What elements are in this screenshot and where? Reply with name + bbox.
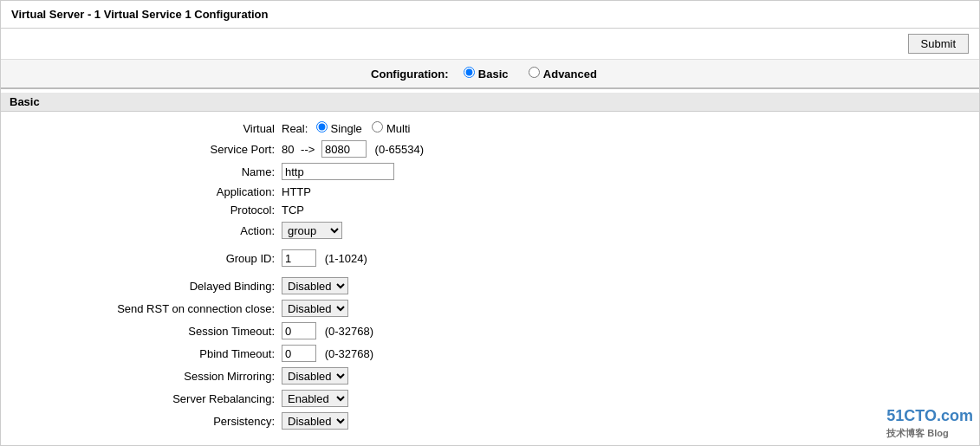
multi-radio[interactable] xyxy=(372,121,383,133)
server-rebalancing-select[interactable]: Enabled Disabled xyxy=(282,390,348,407)
single-label-text: Single xyxy=(331,122,362,135)
name-label: Name: xyxy=(1,160,278,183)
pbind-timeout-range: (0-32768) xyxy=(325,347,373,360)
persistency-label: Persistency: xyxy=(1,410,278,432)
advanced-label: Advanced xyxy=(543,68,597,81)
session-mirroring-select-cell: Disabled Enabled xyxy=(278,365,979,387)
page-title: Virtual Server - 1 Virtual Service 1 Con… xyxy=(1,1,979,29)
send-rst-row: Send RST on connection close: Disabled E… xyxy=(1,297,979,320)
form-table: Virtual Real: Single Multi Service Port: xyxy=(1,119,979,432)
action-select[interactable]: group redirect deny xyxy=(282,222,342,239)
delayed-binding-select[interactable]: Disabled Enabled xyxy=(282,277,348,294)
real-label: Real: xyxy=(282,122,308,135)
config-bar: Configuration: Basic Advanced xyxy=(1,60,979,89)
page-wrapper: Virtual Server - 1 Virtual Service 1 Con… xyxy=(0,0,980,446)
application-label: Application: xyxy=(1,183,278,201)
server-rebalancing-label: Server Rebalancing: xyxy=(1,387,278,410)
content-area: Basic Virtual Real: Single Multi xyxy=(1,89,979,441)
virtual-real-row: Virtual Real: Single Multi xyxy=(1,119,979,138)
send-rst-label: Send RST on connection close: xyxy=(1,297,278,320)
group-id-label: Group ID: xyxy=(1,247,278,269)
service-port-label: Service Port: xyxy=(1,138,278,160)
action-label: Action: xyxy=(1,219,278,242)
group-id-value: (1-1024) xyxy=(278,247,979,269)
pbind-timeout-label: Pbind Timeout: xyxy=(1,342,278,365)
section-title: Basic xyxy=(1,93,979,112)
basic-radio-label[interactable]: Basic xyxy=(464,68,518,81)
session-timeout-label: Session Timeout: xyxy=(1,320,278,342)
session-mirroring-row: Session Mirroring: Disabled Enabled xyxy=(1,365,979,387)
delayed-binding-label: Delayed Binding: xyxy=(1,275,278,297)
pbind-timeout-value: (0-32768) xyxy=(278,342,979,365)
group-id-row: Group ID: (1-1024) xyxy=(1,247,979,269)
persistency-select[interactable]: Disabled Enabled xyxy=(282,412,348,430)
protocol-row: Protocol: TCP xyxy=(1,201,979,219)
session-timeout-value: (0-32768) xyxy=(278,320,979,342)
pbind-timeout-row: Pbind Timeout: (0-32768) xyxy=(1,342,979,365)
multi-label-text: Multi xyxy=(386,122,410,135)
watermark-site: 51CTO.com xyxy=(886,406,973,426)
action-row: Action: group redirect deny xyxy=(1,219,979,242)
basic-radio[interactable] xyxy=(464,67,475,78)
advanced-radio-label[interactable]: Advanced xyxy=(529,68,604,81)
action-select-cell: group redirect deny xyxy=(278,219,979,242)
service-port-value: 80 --> (0-65534) xyxy=(278,138,979,160)
service-port-virtual: 80 xyxy=(282,143,294,156)
persistency-select-cell: Disabled Enabled xyxy=(278,410,979,432)
service-port-real-input[interactable] xyxy=(321,140,367,158)
advanced-radio[interactable] xyxy=(529,67,540,78)
virtual-label: Virtual xyxy=(1,119,278,138)
submit-button[interactable]: Submit xyxy=(908,34,969,54)
single-radio[interactable] xyxy=(316,121,328,133)
session-timeout-range: (0-32768) xyxy=(325,325,373,338)
application-value: HTTP xyxy=(278,183,979,201)
service-port-row: Service Port: 80 --> (0-65534) xyxy=(1,138,979,160)
application-row: Application: HTTP xyxy=(1,183,979,201)
session-mirroring-label: Session Mirroring: xyxy=(1,365,278,387)
watermark-sub: 技术博客 Blog xyxy=(886,427,973,439)
protocol-value: TCP xyxy=(278,201,979,219)
service-port-range: (0-65534) xyxy=(375,143,424,156)
name-row: Name: xyxy=(1,160,979,183)
server-rebalancing-select-cell: Enabled Disabled xyxy=(278,387,979,410)
name-value xyxy=(278,160,979,183)
session-mirroring-select[interactable]: Disabled Enabled xyxy=(282,367,348,385)
top-bar: Submit xyxy=(1,29,979,60)
group-id-input[interactable] xyxy=(282,249,316,267)
send-rst-select-cell: Disabled Enabled xyxy=(278,297,979,320)
multi-radio-label[interactable]: Multi xyxy=(372,122,410,135)
send-rst-select[interactable]: Disabled Enabled xyxy=(282,300,348,317)
delayed-binding-select-cell: Disabled Enabled xyxy=(278,275,979,297)
group-id-range: (1-1024) xyxy=(325,252,367,265)
config-label: Configuration: xyxy=(371,68,449,81)
single-radio-label[interactable]: Single xyxy=(316,122,365,135)
protocol-label: Protocol: xyxy=(1,201,278,219)
real-radio-group: Real: Single Multi xyxy=(278,119,979,138)
persistency-row: Persistency: Disabled Enabled xyxy=(1,410,979,432)
delayed-binding-row: Delayed Binding: Disabled Enabled xyxy=(1,275,979,297)
session-timeout-input[interactable] xyxy=(282,322,316,339)
watermark: 51CTO.com 技术博客 Blog xyxy=(886,406,973,439)
pbind-timeout-input[interactable] xyxy=(282,345,316,362)
arrow-icon: --> xyxy=(301,143,315,156)
session-timeout-row: Session Timeout: (0-32768) xyxy=(1,320,979,342)
basic-label: Basic xyxy=(478,68,509,81)
name-input[interactable] xyxy=(282,163,394,180)
server-rebalancing-row: Server Rebalancing: Enabled Disabled xyxy=(1,387,979,410)
